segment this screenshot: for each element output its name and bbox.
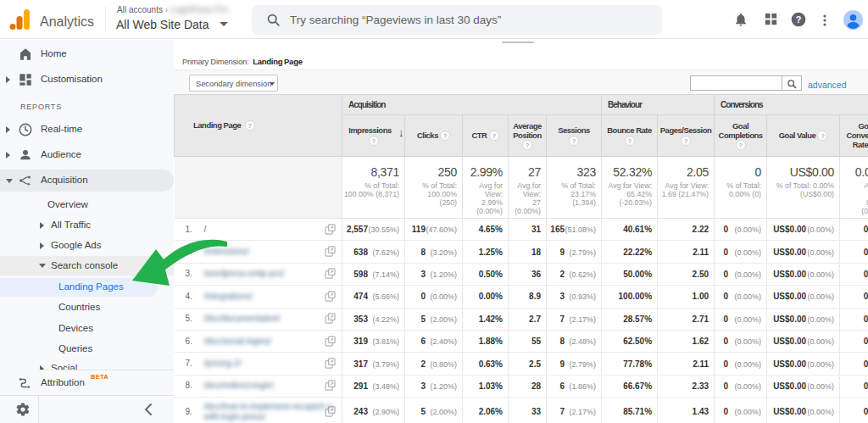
svg-text:?: ? <box>796 14 802 25</box>
